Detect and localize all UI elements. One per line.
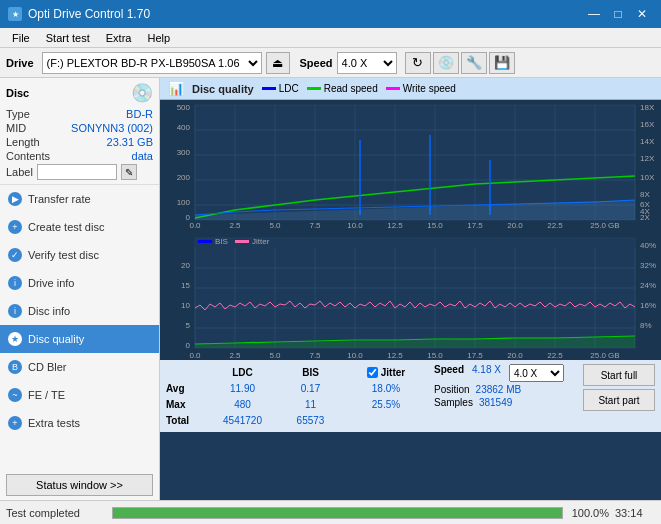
disc-length-val: 23.31 GB [107,136,153,148]
titlebar-title: ★ Opti Drive Control 1.70 [8,7,150,21]
svg-text:BIS: BIS [215,237,228,246]
refresh-button[interactable]: ↻ [405,52,431,74]
drive-info-icon: i [8,276,22,290]
disc-header-icon: 💿 [131,82,153,104]
svg-text:400: 400 [177,123,191,132]
menu-help[interactable]: Help [139,30,178,46]
svg-text:10.0: 10.0 [347,351,363,360]
svg-text:0.0: 0.0 [189,351,201,360]
minimize-button[interactable]: — [583,5,605,23]
disc-label-edit-button[interactable]: ✎ [121,164,137,180]
nav-create-test-disc[interactable]: + Create test disc [0,213,159,241]
eject-button[interactable]: ⏏ [266,52,290,74]
svg-text:25.0 GB: 25.0 GB [590,351,619,360]
settings-button[interactable]: 🔧 [461,52,487,74]
drive-label: Drive [6,57,34,69]
jitter-header-row: Jitter [346,364,426,380]
nav-disc-quality[interactable]: ★ Disc quality [0,325,159,353]
svg-text:8%: 8% [640,321,652,330]
nav-drive-info-label: Drive info [28,277,74,289]
nav-drive-info[interactable]: i Drive info [0,269,159,297]
samples-val: 381549 [479,397,512,408]
stats-avg-label [166,364,202,380]
svg-text:0: 0 [186,341,191,350]
start-buttons: Start full Start part [583,364,655,411]
ldc-max: 480 [210,396,275,412]
svg-text:Jitter: Jitter [252,237,270,246]
stats-total-label-text: Total [166,412,202,428]
menu-file[interactable]: File [4,30,38,46]
nav-verify-test-disc[interactable]: ✓ Verify test disc [0,241,159,269]
svg-text:20.0: 20.0 [507,221,523,230]
svg-text:10: 10 [181,301,190,310]
charts-area: 0 100 200 300 400 500 18X 16X 14X 12X 10… [160,100,661,500]
jitter-checkbox[interactable] [367,367,378,378]
nav-disc-quality-label: Disc quality [28,333,84,345]
svg-text:2.5: 2.5 [229,351,241,360]
speed-val: 4.18 X [472,364,501,382]
svg-text:7.5: 7.5 [309,221,321,230]
speed-label: Speed [300,57,333,69]
svg-rect-48 [198,240,212,243]
chart-header: 📊 Disc quality LDC Read speed Write spee… [160,78,661,100]
menu-extra[interactable]: Extra [98,30,140,46]
disc-type-row: Type BD-R [6,108,153,120]
maximize-button[interactable]: □ [607,5,629,23]
svg-text:500: 500 [177,103,191,112]
svg-text:15: 15 [181,281,190,290]
jitter-total-empty [346,412,426,428]
svg-text:200: 200 [177,173,191,182]
main-chart-svg: 0 100 200 300 400 500 18X 16X 14X 12X 10… [160,100,661,360]
close-button[interactable]: ✕ [631,5,653,23]
save-button[interactable]: 💾 [489,52,515,74]
drive-select[interactable]: (F:) PLEXTOR BD-R PX-LB950SA 1.06 [42,52,262,74]
disc-label-input[interactable] [37,164,117,180]
speed-select-stats[interactable]: 4.0 X [509,364,564,382]
samples-row: Samples 381549 [434,397,575,408]
nav-cd-bler-label: CD Bler [28,361,67,373]
nav-extra-tests[interactable]: + Extra tests [0,409,159,437]
status-window-button[interactable]: Status window >> [6,474,153,496]
speed-row: Speed 4.18 X 4.0 X [434,364,575,382]
legend-write-speed: Write speed [386,83,456,94]
svg-text:22.5: 22.5 [547,351,563,360]
bottom-bar: Test completed 100.0% 33:14 [0,500,661,524]
svg-text:22.5: 22.5 [547,221,563,230]
svg-text:8X: 8X [640,190,650,199]
disc-mid-val: SONYNN3 (002) [71,122,153,134]
ldc-total: 4541720 [210,412,275,428]
menu-start-test[interactable]: Start test [38,30,98,46]
stats-bis-col: BIS 0.17 11 65573 [283,364,338,428]
svg-text:300: 300 [177,148,191,157]
disc-type-val: BD-R [126,108,153,120]
disc-quality-icon: ★ [8,332,22,346]
nav-fe-te-label: FE / TE [28,389,65,401]
svg-text:0.0: 0.0 [189,221,201,230]
position-row: Position 23862 MB [434,384,575,395]
left-panel: Disc 💿 Type BD-R MID SONYNN3 (002) Lengt… [0,78,160,500]
svg-text:2.5: 2.5 [229,221,241,230]
stats-bar: Avg Max Total LDC 11.90 480 4541720 BIS [160,360,661,432]
svg-text:17.5: 17.5 [467,221,483,230]
svg-text:18X: 18X [640,103,655,112]
jitter-max: 25.5% [346,396,426,412]
start-full-button[interactable]: Start full [583,364,655,386]
progress-bar-container [112,507,563,519]
speed-select[interactable]: 4.0 X [337,52,397,74]
status-text: Test completed [6,507,106,519]
position-label: Position [434,384,470,395]
ldc-header: LDC [210,364,275,380]
right-panel: 📊 Disc quality LDC Read speed Write spee… [160,78,661,500]
start-part-button[interactable]: Start part [583,389,655,411]
disc-icon-button[interactable]: 💿 [433,52,459,74]
disc-section: Disc 💿 Type BD-R MID SONYNN3 (002) Lengt… [0,78,159,185]
nav-transfer-rate[interactable]: ▶ Transfer rate [0,185,159,213]
nav-fe-te[interactable]: ~ FE / TE [0,381,159,409]
app-title: Opti Drive Control 1.70 [28,7,150,21]
nav-disc-info[interactable]: i Disc info [0,297,159,325]
transfer-rate-icon: ▶ [8,192,22,206]
disc-type-key: Type [6,108,30,120]
nav-extra-tests-label: Extra tests [28,417,80,429]
bis-avg: 0.17 [283,380,338,396]
nav-cd-bler[interactable]: B CD Bler [0,353,159,381]
